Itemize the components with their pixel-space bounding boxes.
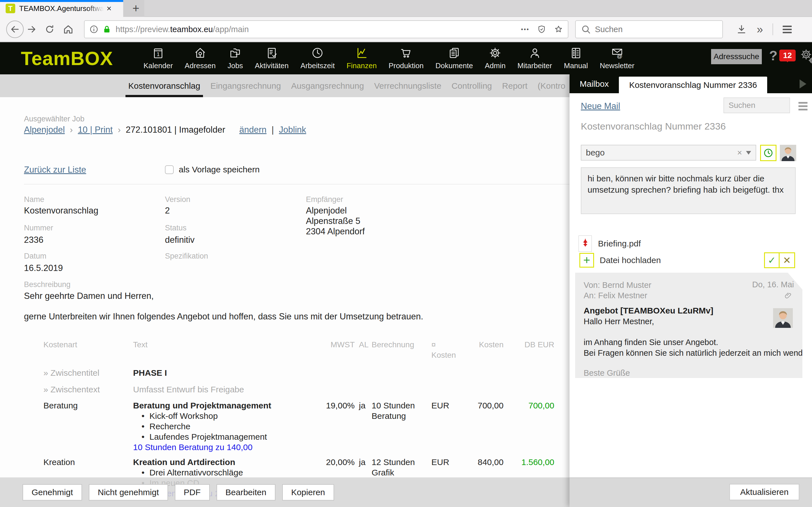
- site-info-icon[interactable]: [89, 24, 99, 34]
- nav-item-dokumente[interactable]: Dokumente: [429, 42, 479, 74]
- subnav-verrechnungsliste[interactable]: Verrechnungsliste: [369, 74, 446, 97]
- mail-search-input[interactable]: [724, 98, 790, 113]
- tracking-shield-icon[interactable]: [537, 24, 546, 34]
- job-link[interactable]: Joblink: [279, 125, 306, 135]
- breadcrumb-client-link[interactable]: Alpenjodel: [24, 125, 65, 135]
- nav-item-jobs[interactable]: Jobs: [221, 42, 249, 74]
- nav-item-adressen[interactable]: Adressen: [179, 42, 221, 74]
- new-mail-link[interactable]: Neue Mail: [581, 101, 620, 111]
- subnav-ausgangsrechnung[interactable]: Ausgangsrechnung: [286, 74, 369, 97]
- tab-bar-empty: [144, 0, 812, 17]
- tab-kostenvoranschlag[interactable]: Kostenvoranschlag Nummer 2336: [619, 76, 767, 93]
- subnav-eingangsrechnung[interactable]: Eingangsrechnung: [205, 74, 286, 97]
- subnav-kontrolle[interactable]: (Kontro: [532, 74, 569, 97]
- page-actions-icon[interactable]: •••: [521, 26, 529, 33]
- close-tab-icon[interactable]: ×: [107, 4, 112, 13]
- browser-search[interactable]: [575, 20, 723, 38]
- toolbar-overflow-icon[interactable]: »: [757, 24, 763, 35]
- reject-button[interactable]: Nicht genehmigt: [89, 484, 168, 501]
- mail-menu-icon[interactable]: [799, 100, 808, 112]
- help-icon[interactable]: ?: [769, 48, 777, 63]
- back-to-list-link[interactable]: Zurück zur Liste: [24, 165, 86, 175]
- nav-item-admin[interactable]: Admin: [479, 42, 511, 74]
- nummer-value: 2336: [24, 235, 43, 245]
- nav-item-manual[interactable]: Manual: [558, 42, 594, 74]
- email-body-line1: im Anhang finden Sie unser Angebot.: [583, 337, 794, 348]
- tab-bar: T TEAMBOX.Agentursoftware by i × +: [0, 0, 812, 17]
- status-label: Status: [165, 224, 187, 232]
- compose-avatar[interactable]: [780, 145, 796, 161]
- nav-item-produktion[interactable]: Produktion: [383, 42, 429, 74]
- panel-collapse-icon[interactable]: [800, 79, 806, 89]
- save-as-template-row: als Vorlage speichern: [165, 165, 260, 174]
- message-input[interactable]: hi ben, können wir bitte nochmals kurz ü…: [581, 167, 796, 214]
- subnav-controlling[interactable]: Controlling: [446, 74, 497, 97]
- tab-mailbox[interactable]: Mailbox: [569, 74, 619, 93]
- bookmark-star-icon[interactable]: [554, 24, 563, 34]
- nav-item-aktivitaeten[interactable]: Aktivitäten: [249, 42, 295, 74]
- nummer-label: Nummer: [24, 224, 53, 232]
- approve-button[interactable]: Genehmigt: [22, 484, 82, 501]
- cart-icon: [400, 47, 412, 61]
- copy-button[interactable]: Kopieren: [282, 484, 334, 501]
- panel-body: Neue Mail Kostenvoranschlag Nummer 2336 …: [569, 93, 812, 477]
- forward-icon[interactable]: [24, 21, 40, 37]
- update-button[interactable]: Aktualisieren: [729, 484, 799, 500]
- clock-icon: [763, 147, 774, 159]
- reminder-clock-button[interactable]: [760, 145, 776, 161]
- position-detail-link[interactable]: 10 Stunden Beratung zu 140,00: [133, 442, 321, 452]
- panel-title: Kostenvoranschlag Nummer 2336: [581, 121, 726, 132]
- notification-badge[interactable]: 12: [779, 50, 796, 61]
- browser-tab[interactable]: T TEAMBOX.Agentursoftware by i ×: [0, 0, 123, 17]
- mail-panel: Mailbox Kostenvoranschlag Nummer 2336 Ne…: [569, 74, 812, 507]
- subnav-report[interactable]: Report: [497, 74, 532, 97]
- cancel-compose-icon[interactable]: ✕: [779, 253, 794, 267]
- edit-button[interactable]: Bearbeiten: [216, 484, 275, 501]
- subnav-kostenvoranschlag[interactable]: Kostenvoranschlag: [123, 74, 205, 97]
- nav-item-kalender[interactable]: 1 Kalender: [138, 42, 179, 74]
- template-checkbox[interactable]: [165, 165, 174, 174]
- chevron-down-icon[interactable]: [746, 151, 751, 155]
- spezifikation-label: Spezifikation: [165, 252, 208, 261]
- new-tab-button[interactable]: +: [128, 0, 144, 17]
- main-nav: 1 Kalender Adressen Jobs Aktivitäten Arb…: [138, 42, 640, 74]
- home-icon[interactable]: [60, 21, 76, 37]
- job-change-link[interactable]: ändern: [239, 125, 267, 135]
- send-confirm-icon[interactable]: ✓: [765, 253, 779, 267]
- nav-item-finanzen[interactable]: Finanzen: [341, 42, 383, 74]
- back-icon[interactable]: [6, 20, 24, 38]
- plus-icon[interactable]: +: [579, 253, 594, 268]
- table-row-subtext: » Zwischentext Umfasst Entwurf bis Freig…: [43, 384, 555, 395]
- recipient-input[interactable]: [586, 148, 737, 158]
- nav-item-newsletter[interactable]: @ Newsletter: [594, 42, 640, 74]
- template-checkbox-label: als Vorlage speichern: [179, 165, 260, 174]
- address-search-button[interactable]: Adresssuche: [711, 49, 762, 64]
- email-card[interactable]: Von: Bernd Muster An: Felix Mestner Do, …: [575, 273, 802, 378]
- email-subject: Angebot [TEAMBOXeu L2uRMv]: [583, 305, 794, 316]
- url-bar[interactable]: https://preview.teambox.eu/app/main •••: [84, 20, 568, 38]
- book-icon: [569, 47, 582, 61]
- name-label: Name: [24, 195, 44, 204]
- reload-icon[interactable]: [42, 21, 57, 37]
- pdf-button[interactable]: PDF: [175, 484, 210, 501]
- browser-search-input[interactable]: [595, 25, 718, 34]
- nav-item-arbeitszeit[interactable]: Arbeitszeit: [295, 42, 341, 74]
- teambox-logo[interactable]: TeamBOX: [21, 47, 113, 69]
- clear-recipient-icon[interactable]: ×: [737, 148, 742, 158]
- table-row-beratung: Beratung Beratung und Projektmanagement …: [43, 400, 555, 452]
- attachment-name[interactable]: Briefing.pdf: [598, 239, 641, 248]
- mail-search[interactable]: [723, 98, 790, 113]
- breadcrumb-group-link[interactable]: 10 | Print: [78, 125, 113, 135]
- settings-gears-icon[interactable]: [799, 48, 812, 65]
- attachment-row[interactable]: Briefing.pdf: [578, 235, 641, 252]
- menu-icon[interactable]: [783, 24, 792, 35]
- tab-title: TEAMBOX.Agentursoftware by i: [19, 4, 104, 13]
- empfaenger-line2: Alpenstraße 5: [306, 216, 360, 226]
- pdf-file-icon: [578, 235, 592, 252]
- action-bar: Genehmigt Nicht genehmigt PDF Bearbeiten…: [0, 477, 569, 507]
- nav-item-mitarbeiter[interactable]: Mitarbeiter: [511, 42, 558, 74]
- upload-row[interactable]: + Datei hochladen: [579, 253, 661, 268]
- person-icon: [528, 47, 541, 61]
- recipient-field[interactable]: ×: [581, 145, 756, 161]
- download-icon[interactable]: [736, 24, 747, 35]
